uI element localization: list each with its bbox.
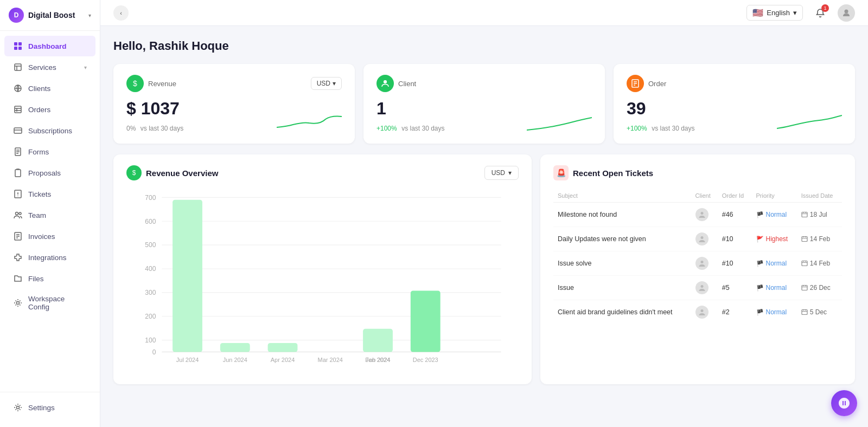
flag-icon: 🇺🇸	[752, 8, 763, 18]
sidebar-item-services[interactable]: Services ▾	[4, 57, 95, 77]
ticket-date: 18 Jul	[797, 203, 842, 227]
col-priority: Priority	[752, 189, 797, 203]
main-content: ‹ 🇺🇸 English ▾ 1 Hello, Rashik Hoque	[100, 0, 868, 427]
notification-button[interactable]: 1	[812, 4, 829, 22]
rev-currency-value: USD	[492, 169, 505, 177]
svg-rect-3	[18, 47, 22, 50]
sidebar-item-tickets[interactable]: Tickets	[4, 184, 95, 204]
priority-flag-icon: 🏴	[756, 211, 764, 218]
table-row[interactable]: Client aid brand guidelines didn't meet …	[553, 300, 842, 325]
client-sparkline	[527, 111, 592, 133]
topbar: ‹ 🇺🇸 English ▾ 1	[100, 0, 868, 26]
sidebar-label-workspace: Workspace Config	[28, 295, 87, 311]
revenue-change-text: vs last 30 days	[141, 125, 183, 132]
sidebar-item-files[interactable]: Files	[4, 268, 95, 289]
settings-icon	[13, 403, 23, 412]
svg-text:700: 700	[145, 194, 156, 202]
sidebar-item-orders[interactable]: Orders	[4, 99, 95, 120]
svg-text:500: 500	[145, 241, 156, 249]
revenue-overview-card: $ Revenue Overview USD ▾ 700 600 500	[113, 154, 532, 384]
logo-chevron-icon: ▾	[88, 12, 91, 18]
svg-text:Mar 2024: Mar 2024	[318, 357, 343, 363]
priority-flag-icon: 🏴	[756, 260, 764, 267]
sidebar-item-integrations[interactable]: Integrations	[4, 247, 95, 268]
people-icon	[13, 210, 23, 220]
svg-text:200: 200	[145, 313, 156, 320]
col-subject: Subject	[553, 189, 691, 203]
sidebar-label-integrations: Integrations	[28, 254, 67, 262]
revenue-sparkline	[277, 111, 342, 133]
sidebar-item-forms[interactable]: Forms	[4, 141, 95, 162]
svg-point-56	[700, 309, 703, 312]
bottom-grid: $ Revenue Overview USD ▾ 700 600 500	[113, 154, 855, 384]
doc-icon	[13, 147, 23, 157]
sidebar-item-settings[interactable]: Settings	[4, 397, 95, 418]
client-avatar-icon	[695, 306, 709, 319]
order-icon	[627, 75, 644, 92]
logo-icon: D	[9, 8, 24, 23]
svg-point-48	[700, 212, 703, 215]
rev-currency-select[interactable]: USD ▾	[484, 166, 519, 180]
table-row[interactable]: Issue #5 🏴 Normal 26 Dec	[553, 276, 842, 300]
stat-card-order: Order 39 +100% vs last 30 days	[614, 64, 855, 144]
ticket-subject: Client aid brand guidelines didn't meet	[553, 300, 691, 325]
page-greeting: Hello, Rashik Hoque	[113, 39, 855, 53]
priority-flag-icon: 🏴	[756, 284, 764, 292]
page-content: Hello, Rashik Hoque $ Revenue USD ▾	[100, 26, 868, 427]
client-change-text: vs last 30 days	[401, 125, 444, 132]
box-icon	[13, 62, 23, 72]
sidebar-item-invoices[interactable]: Invoices	[4, 226, 95, 247]
revenue-bar-chart: 700 600 500 400 300 200 100 0	[126, 189, 519, 373]
svg-rect-57	[802, 310, 807, 315]
rev-icon: $	[126, 165, 142, 180]
ticket-client	[691, 227, 718, 251]
sidebar-label-invoices: Invoices	[28, 232, 55, 241]
sidebar-item-subscriptions[interactable]: Subscriptions	[4, 120, 95, 141]
revenue-icon: $	[126, 75, 144, 92]
credit-icon	[13, 126, 23, 135]
topbar-right: 🇺🇸 English ▾ 1	[746, 4, 855, 22]
svg-rect-53	[802, 261, 807, 266]
folder-icon	[13, 274, 23, 283]
table-row[interactable]: Daily Updates were not given #10 🚩 Highe…	[553, 227, 842, 251]
ticket-priority: 🏴 Normal	[752, 251, 797, 276]
language-selector[interactable]: 🇺🇸 English ▾	[746, 5, 803, 21]
sidebar-item-proposals[interactable]: Proposals	[4, 163, 95, 183]
col-client: Client	[691, 189, 718, 203]
sidebar-item-dashboard[interactable]: Dashboard	[4, 36, 95, 56]
sidebar-item-team[interactable]: Team	[4, 205, 95, 225]
svg-rect-7	[14, 128, 22, 133]
svg-point-16	[845, 9, 848, 13]
chat-bubble[interactable]	[831, 390, 857, 416]
notification-badge: 1	[821, 4, 829, 12]
tickets-card: 🚨 Recent Open Tickets Subject Client Ord…	[540, 154, 855, 384]
sidebar-label-subscriptions: Subscriptions	[28, 127, 72, 135]
table-row[interactable]: Milestone not found #46 🏴 Normal 18 Jul	[553, 203, 842, 227]
svg-rect-49	[802, 212, 807, 217]
user-avatar[interactable]	[838, 4, 855, 22]
app-logo[interactable]: D Digital Boost ▾	[0, 0, 100, 31]
revenue-currency-select[interactable]: USD ▾	[311, 77, 342, 90]
table-row[interactable]: Issue solve #10 🏴 Normal 14 Feb	[553, 251, 842, 276]
svg-rect-4	[15, 64, 21, 70]
sidebar-label-proposals: Proposals	[28, 169, 61, 177]
sidebar-item-workspace[interactable]: Workspace Config	[4, 289, 95, 316]
svg-point-12	[19, 212, 21, 215]
ticket-priority: 🚩 Highest	[752, 227, 797, 251]
sidebar-label-clients: Clients	[28, 85, 50, 93]
globe-icon	[13, 83, 23, 93]
revenue-label: Revenue	[148, 80, 176, 88]
sidebar-label-orders: Orders	[28, 106, 50, 114]
collapse-icon: ‹	[120, 10, 122, 16]
tickets-table: Subject Client Order Id Priority Issued …	[553, 189, 842, 324]
exclaim-icon	[13, 189, 23, 199]
ticket-date: 5 Dec	[797, 300, 842, 325]
invoice-icon	[13, 231, 23, 241]
client-change: +100%	[376, 125, 397, 132]
sidebar-label-dashboard: Dashboard	[28, 42, 67, 50]
sidebar-item-clients[interactable]: Clients	[4, 78, 95, 99]
ticket-subject: Daily Updates were not given	[553, 227, 691, 251]
priority-flag-icon: 🚩	[756, 236, 764, 243]
collapse-button[interactable]: ‹	[113, 5, 129, 21]
stat-card-revenue: $ Revenue USD ▾ $ 1037 0% vs last 30 day…	[113, 64, 355, 144]
